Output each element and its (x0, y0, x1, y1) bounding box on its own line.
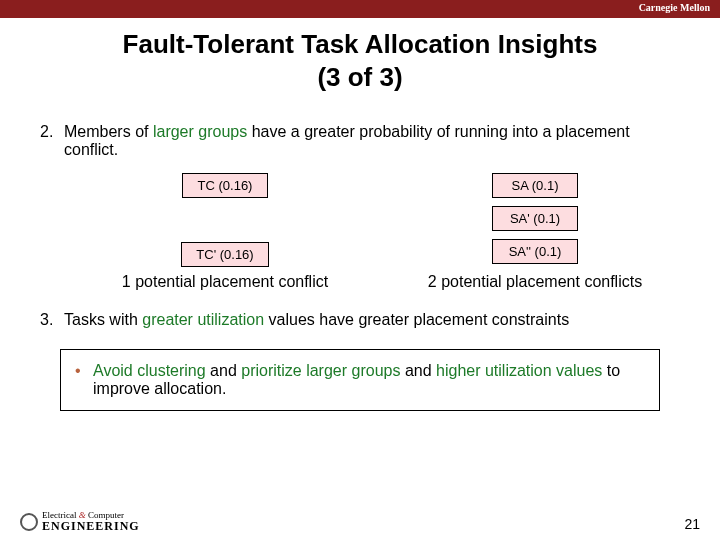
conclusion-text: Avoid clustering and prioritize larger g… (93, 362, 645, 398)
c-e: higher utilization values (436, 362, 602, 379)
caption-left: 1 potential placement conflict (80, 273, 370, 291)
c-c: prioritize larger groups (241, 362, 400, 379)
point-2-number: 2. (40, 123, 64, 159)
p3-pre: Tasks with (64, 311, 142, 328)
p3-highlight: greater utilization (142, 311, 264, 328)
point-3-number: 3. (40, 311, 64, 329)
slide-title: Fault-Tolerant Task Allocation Insights … (0, 28, 720, 93)
brand-bar: Carnegie Mellon (0, 0, 720, 18)
conclusion-bullet: • Avoid clustering and prioritize larger… (75, 362, 645, 398)
box-sa-prime: SA' (0.1) (492, 206, 578, 231)
figure-row: TC (0.16) TC' (0.16) SA (0.1) SA' (0.1) … (80, 173, 680, 267)
point-2: 2. Members of larger groups have a great… (40, 123, 680, 159)
box-tc-prime: TC' (0.16) (181, 242, 268, 267)
logo-line2: ENGINEERING (42, 519, 140, 533)
bullet-dot-icon: • (75, 362, 93, 398)
brand-text: Carnegie Mellon (639, 2, 710, 13)
title-line-1: Fault-Tolerant Task Allocation Insights (123, 29, 598, 59)
c-a: Avoid clustering (93, 362, 206, 379)
box-sa: SA (0.1) (492, 173, 578, 198)
box-sa-prime2: SA'' (0.1) (492, 239, 578, 264)
caption-row: 1 potential placement conflict 2 potenti… (80, 273, 680, 291)
caption-right: 2 potential placement conflicts (390, 273, 680, 291)
p2-highlight: larger groups (153, 123, 247, 140)
point-3-text: Tasks with greater utilization values ha… (64, 311, 680, 329)
dept-logo: Electrical & Computer ENGINEERING (20, 511, 140, 532)
conclusion-box: • Avoid clustering and prioritize larger… (60, 349, 660, 411)
point-3: 3. Tasks with greater utilization values… (40, 311, 680, 329)
p2-pre: Members of (64, 123, 153, 140)
point-2-text: Members of larger groups have a greater … (64, 123, 680, 159)
figure-left: TC (0.16) TC' (0.16) (80, 173, 370, 267)
logo-text: Electrical & Computer ENGINEERING (42, 511, 140, 532)
c-d: and (400, 362, 436, 379)
footer: Electrical & Computer ENGINEERING 21 (20, 511, 700, 532)
p3-post: values have greater placement constraint… (264, 311, 569, 328)
figure-right: SA (0.1) SA' (0.1) SA'' (0.1) (390, 173, 680, 267)
logo-icon (20, 513, 38, 531)
title-line-2: (3 of 3) (317, 62, 402, 92)
page-number: 21 (684, 516, 700, 532)
box-tc: TC (0.16) (182, 173, 268, 198)
c-b: and (206, 362, 242, 379)
slide-body: 2. Members of larger groups have a great… (0, 93, 720, 411)
